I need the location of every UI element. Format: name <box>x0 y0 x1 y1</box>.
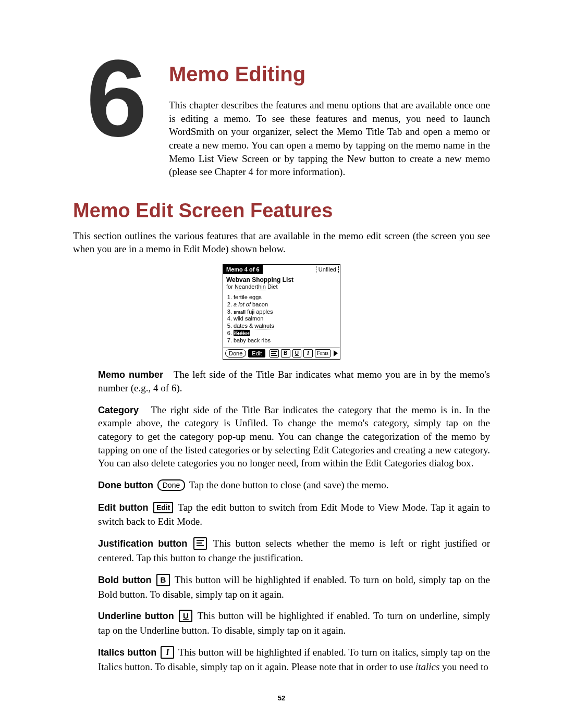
document-page: 6 Memo Editing This chapter describes th… <box>0 0 563 728</box>
italic-icon[interactable]: I <box>303 349 313 357</box>
feature-italics-button: Italics button I This button will be hig… <box>98 646 490 674</box>
memo-subtitle: for Neanderthin Diet <box>226 283 337 290</box>
memo-title-tab[interactable]: Memo 4 of 6 <box>223 265 263 274</box>
section-lead: This section outlines the various featur… <box>73 229 490 256</box>
feature-underline-button: Underline button U This button will be h… <box>98 609 490 637</box>
feature-edit-button: Edit button Edit Tap the edit button to … <box>98 501 490 528</box>
section-heading: Memo Edit Screen Features <box>73 200 490 222</box>
underline-icon[interactable]: U <box>292 349 302 357</box>
italic-icon: I <box>161 646 174 659</box>
feature-label: Edit button <box>98 502 149 513</box>
memo-toolbar: Done Edit B U I Fonts <box>223 347 340 359</box>
done-button-icon: Done <box>157 479 185 491</box>
list-item: small fuji apples <box>234 309 337 316</box>
feature-bold-button: Bold button B This button will be highli… <box>98 573 490 601</box>
feature-done-button: Done button Done Tap the done button to … <box>98 478 490 492</box>
bold-icon[interactable]: B <box>281 349 290 357</box>
fonts-button[interactable]: Fonts <box>315 349 331 357</box>
feature-label: Category <box>98 405 139 415</box>
chapter-title: Memo Editing <box>169 63 490 86</box>
list-item: wild salmon <box>234 315 337 323</box>
feature-label: Justification button <box>98 538 187 549</box>
feature-label: Italics button <box>98 647 156 658</box>
feature-label: Underline button <box>98 611 174 621</box>
list-item: Butter <box>234 330 337 337</box>
bold-icon: B <box>156 574 170 586</box>
list-item: fertile eggs <box>234 294 337 301</box>
category-dropdown[interactable]: Unfiled <box>316 266 339 273</box>
justify-icon <box>193 537 207 550</box>
feature-memo-number: Memo number The left side of the Title B… <box>98 368 490 394</box>
chapter-intro: This chapter describes the features and … <box>169 98 490 179</box>
justify-icon[interactable] <box>270 349 279 357</box>
memo-title: Webvan Shopping List <box>226 276 337 283</box>
chapter-number: 6 <box>73 52 156 145</box>
done-button[interactable]: Done <box>225 349 246 357</box>
list-item: a lot of bacon <box>234 301 337 309</box>
feature-label: Memo number <box>98 369 163 380</box>
feature-label: Done button <box>98 480 153 490</box>
feature-justify-button: Justification button This button selects… <box>98 537 490 565</box>
chapter-header: 6 Memo Editing This chapter describes th… <box>73 63 490 179</box>
list-item: baby back ribs <box>234 337 337 344</box>
underline-icon: U <box>179 610 192 622</box>
feature-label: Bold button <box>98 575 152 585</box>
edit-button-icon: Edit <box>153 502 173 513</box>
edit-button[interactable]: Edit <box>248 349 265 357</box>
memo-list: fertile eggs a lot of bacon small fuji a… <box>226 294 337 344</box>
page-number: 52 <box>0 694 563 702</box>
list-item: dates & walnuts <box>234 323 337 330</box>
arrow-right-icon[interactable] <box>334 350 338 356</box>
feature-category: Category The right side of the Title Bar… <box>98 403 490 470</box>
memo-edit-screenshot: Memo 4 of 6 Unfiled Webvan Shopping List… <box>223 264 340 360</box>
